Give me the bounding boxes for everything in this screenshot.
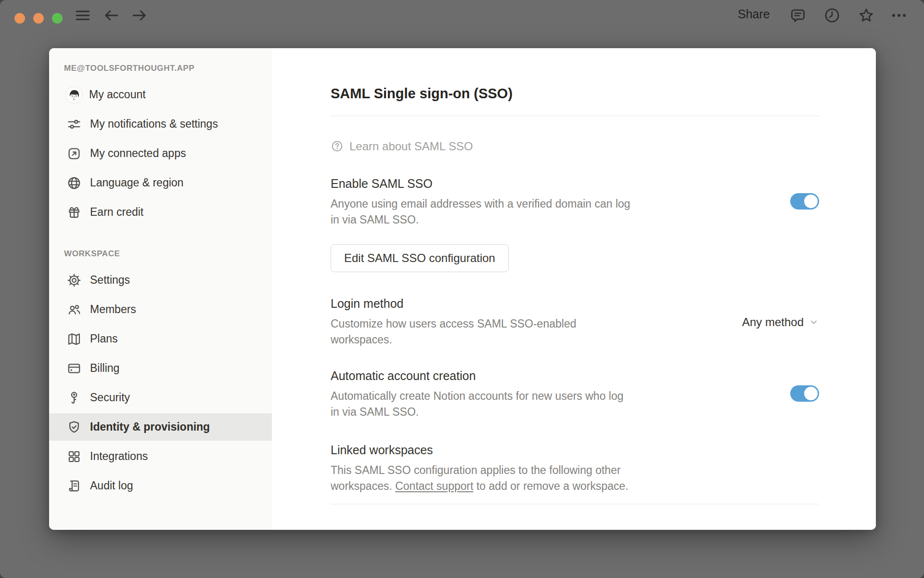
question-circle-icon	[331, 140, 344, 153]
sidebar-item-audit-log[interactable]: Audit log	[49, 472, 272, 499]
linked-workspaces-heading: Linked workspaces	[331, 442, 631, 458]
forward-icon[interactable]	[131, 7, 148, 24]
enable-saml-sso-section: Enable SAML SSO Anyone using email addre…	[331, 176, 819, 228]
login-method-dropdown-value: Any method	[742, 314, 804, 330]
linked-workspaces-description: This SAML SSO configuration applies to t…	[331, 462, 631, 494]
traffic-light-close[interactable]	[14, 13, 25, 24]
sidebar-item-label: My notifications & settings	[90, 118, 218, 131]
toggle-knob	[804, 195, 818, 208]
audit-log-icon	[66, 478, 82, 494]
external-link-icon	[66, 146, 82, 161]
sidebar-item-label: Earn credit	[90, 206, 143, 219]
bottom-divider	[331, 504, 819, 504]
enable-saml-sso-description: Anyone using email addresses with a veri…	[331, 196, 634, 228]
enable-saml-sso-heading: Enable SAML SSO	[331, 176, 634, 192]
sidebar-item-label: My connected apps	[90, 147, 186, 160]
sidebar-item-label: Billing	[90, 362, 119, 375]
settings-content: SAML Single sign-on (SSO) Learn about SA…	[272, 48, 876, 530]
sidebar-item-security[interactable]: Security	[49, 384, 272, 411]
sidebar-item-integrations[interactable]: Integrations	[49, 443, 272, 470]
automatic-account-creation-description: Automatically create Notion accounts for…	[331, 388, 624, 420]
automatic-account-creation-heading: Automatic account creation	[331, 368, 624, 384]
key-icon	[66, 390, 82, 406]
sidebar-item-label: Integrations	[90, 450, 148, 463]
sidebar-item-earn-credit[interactable]: Earn credit	[49, 198, 272, 226]
settings-sidebar: ME@TOOLSFORTHOUGHT.APP My account My not…	[49, 48, 272, 530]
settings-modal: ME@TOOLSFORTHOUGHT.APP My account My not…	[49, 48, 876, 530]
login-method-section: Login method Customize how users access …	[331, 296, 819, 348]
globe-icon	[66, 175, 82, 191]
sidebar-item-label: Identity & provisioning	[90, 420, 210, 434]
traffic-light-minimize[interactable]	[33, 13, 44, 24]
menu-icon[interactable]	[74, 7, 91, 24]
sidebar-item-label: Audit log	[90, 479, 133, 492]
share-button[interactable]: Share	[738, 7, 770, 21]
traffic-light-zoom[interactable]	[52, 13, 63, 24]
learn-link-label: Learn about SAML SSO	[349, 138, 473, 154]
sidebar-item-my-account[interactable]: My account	[49, 81, 272, 108]
title-divider	[331, 116, 819, 116]
login-method-dropdown[interactable]: Any method	[742, 314, 819, 330]
sidebar-item-members[interactable]: Members	[49, 296, 272, 323]
page-title: SAML Single sign-on (SSO)	[331, 85, 819, 102]
contact-support-link[interactable]: Contact support	[395, 480, 473, 492]
app-window: Share ME@TOOLSFORTHOUGHT.APP My account …	[0, 0, 924, 578]
workspace-section-header: WORKSPACE	[49, 248, 272, 260]
credit-card-icon	[66, 361, 82, 376]
star-icon[interactable]	[858, 7, 875, 24]
edit-saml-sso-configuration-button[interactable]: Edit SAML SSO configuration	[331, 244, 509, 272]
sidebar-item-plans[interactable]: Plans	[49, 325, 272, 353]
learn-about-saml-sso-link[interactable]: Learn about SAML SSO	[331, 138, 819, 154]
sidebar-item-label: My account	[89, 88, 146, 101]
account-section-header: ME@TOOLSFORTHOUGHT.APP	[49, 63, 272, 74]
sidebar-item-label: Plans	[90, 332, 118, 345]
gear-icon	[66, 273, 82, 288]
sidebar-item-language-region[interactable]: Language & region	[49, 169, 272, 197]
sidebar-item-settings[interactable]: Settings	[49, 266, 272, 294]
map-icon	[66, 331, 82, 347]
sidebar-item-identity-provisioning[interactable]: Identity & provisioning	[49, 413, 272, 441]
enable-saml-sso-toggle[interactable]	[790, 193, 819, 210]
login-method-description: Customize how users access SAML SSO-enab…	[331, 316, 600, 348]
chevron-down-icon	[808, 317, 819, 328]
history-icon[interactable]	[823, 7, 841, 24]
comments-icon[interactable]	[789, 7, 807, 24]
members-icon	[66, 302, 82, 317]
description-text: to add or remove a workspace.	[474, 480, 629, 492]
window-titlebar: Share	[0, 0, 924, 30]
grid-icon	[66, 449, 82, 464]
sidebar-item-label: Security	[90, 391, 130, 404]
sidebar-item-notifications-settings[interactable]: My notifications & settings	[49, 110, 272, 138]
back-icon[interactable]	[103, 7, 120, 24]
automatic-account-creation-toggle[interactable]	[790, 385, 819, 402]
more-options-icon[interactable]	[890, 7, 908, 24]
toggle-knob	[804, 387, 818, 400]
sidebar-item-label: Members	[90, 303, 136, 316]
avatar	[65, 86, 83, 104]
sidebar-item-billing[interactable]: Billing	[49, 355, 272, 382]
linked-workspaces-section: Linked workspaces This SAML SSO configur…	[331, 442, 819, 494]
automatic-account-creation-section: Automatic account creation Automatically…	[331, 368, 819, 420]
sliders-icon	[66, 117, 82, 132]
sidebar-item-label: Language & region	[90, 176, 183, 189]
login-method-heading: Login method	[331, 296, 600, 312]
sidebar-item-label: Settings	[90, 274, 130, 287]
sidebar-item-connected-apps[interactable]: My connected apps	[49, 140, 272, 167]
gift-icon	[66, 205, 82, 220]
shield-check-icon	[66, 420, 82, 435]
